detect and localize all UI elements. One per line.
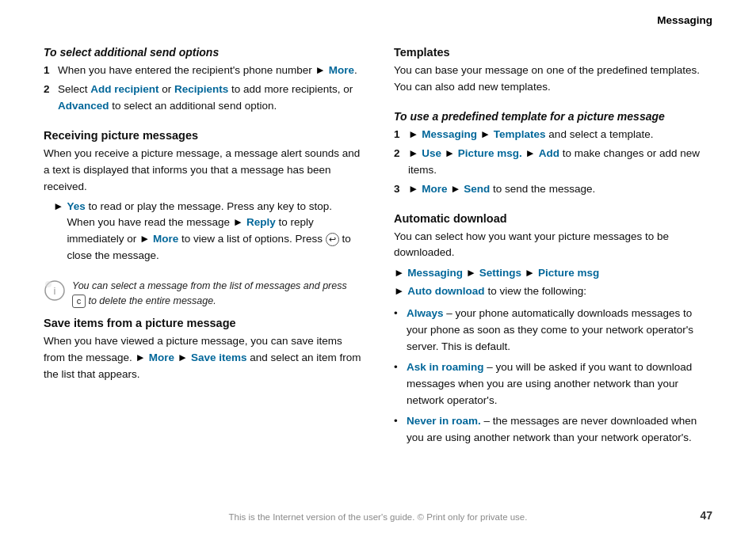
- section-save-items: Save items from a picture message When y…: [44, 317, 362, 383]
- pred-num-2: 2: [394, 146, 403, 179]
- link-use: Use: [422, 147, 441, 159]
- bullet-always-text: Always – your phone automatically downlo…: [407, 306, 712, 355]
- pred-text-2: ► Use ► Picture msg. ► Add to make chang…: [408, 146, 712, 179]
- link-always: Always: [407, 307, 444, 319]
- list-text-2: Select Add recipient or Recipients to ad…: [58, 82, 362, 115]
- templates-para: You can base your message on one of the …: [394, 63, 712, 96]
- note-text: You can select a message from the list o…: [72, 279, 362, 309]
- bullet-ask-roaming: Ask in roaming – you will be asked if yo…: [394, 359, 712, 409]
- note-em: You can select a message from the list o…: [72, 280, 347, 306]
- svg-point-2: [45, 281, 52, 287]
- pred-text-3: ► More ► Send to send the message.: [408, 181, 595, 198]
- note-icon: i: [44, 279, 66, 302]
- left-column: To select additional send options 1 When…: [44, 46, 362, 461]
- link-recipients: Recipients: [174, 83, 228, 95]
- pred-num-3: 3: [394, 181, 403, 198]
- predefined-item-3: 3 ► More ► Send to send the message.: [394, 181, 712, 198]
- link-messaging-1: Messaging: [422, 128, 477, 140]
- section-receiving-picture: Receiving picture messages When you rece…: [44, 129, 362, 264]
- link-send: Send: [464, 183, 490, 195]
- link-save-items: Save items: [191, 352, 247, 363]
- arrow-icon-15: ►: [466, 264, 476, 283]
- section-title-save: Save items from a picture message: [44, 317, 362, 329]
- footer-text: This is the Internet version of the user…: [0, 512, 756, 522]
- arrow-icon-2: ►: [53, 199, 63, 265]
- arrow-icon-14: ►: [394, 264, 404, 283]
- note-box: i You can select a message from the list…: [44, 279, 362, 309]
- arrow-icon-7: ►: [408, 128, 418, 140]
- section-select-send-options: To select additional send options 1 When…: [44, 46, 362, 115]
- arrow-icon-11: ►: [525, 147, 536, 159]
- arrow-icon-8: ►: [480, 128, 491, 140]
- section-title-predefined: To use a predefined template for a pictu…: [394, 110, 712, 123]
- link-ask-in-roaming: Ask in roaming: [407, 361, 484, 373]
- list-text-1: When you have entered the recipient's ph…: [58, 63, 357, 79]
- bullet-never-roam: Never in roam. – the messages are never …: [394, 413, 712, 447]
- list-item-2: 2 Select Add recipient or Recipients to …: [44, 82, 362, 115]
- link-advanced: Advanced: [58, 100, 109, 112]
- link-reply: Reply: [246, 216, 276, 228]
- link-picture-msg: Picture msg.: [458, 147, 522, 159]
- auto-download-path1: ► Messaging ► Settings ► Picture msg: [394, 264, 712, 283]
- arrow-icon-5: ►: [136, 352, 146, 363]
- list-item-1: 1 When you have entered the recipient's …: [44, 63, 362, 79]
- delete-icon: c: [72, 295, 86, 308]
- auto-download-bullets: Always – your phone automatically downlo…: [394, 306, 712, 446]
- page: Messaging To select additional send opti…: [0, 0, 756, 536]
- receiving-sub: ► Yes to read or play the message. Press…: [53, 199, 362, 265]
- receiving-para: When you receive a picture message, a me…: [44, 146, 362, 196]
- arrow-icon-12: ►: [408, 183, 418, 195]
- bullet-never-roam-text: Never in roam. – the messages are never …: [407, 413, 712, 447]
- svg-text:i: i: [54, 285, 56, 297]
- section-templates: Templates You can base your message on o…: [394, 46, 712, 96]
- link-add: Add: [539, 147, 559, 159]
- arrow-icon-3: ►: [233, 216, 243, 228]
- arrow-icon-17: ►: [394, 283, 404, 301]
- back-icon: ↩: [326, 233, 339, 246]
- link-settings: Settings: [479, 264, 521, 283]
- list-num-2: 2: [44, 82, 53, 115]
- footer-page-num: 47: [700, 509, 712, 522]
- send-options-list: 1 When you have entered the recipient's …: [44, 63, 362, 115]
- bullet-always: Always – your phone automatically downlo…: [394, 306, 712, 355]
- link-picture-msg-2: Picture msg: [538, 264, 599, 283]
- link-never-in-roam: Never in roam.: [407, 415, 481, 427]
- section-title-receiving: Receiving picture messages: [44, 129, 362, 142]
- save-items-para: When you have viewed a picture message, …: [44, 333, 362, 383]
- arrow-icon-1: ►: [315, 64, 326, 76]
- link-more-1: More: [329, 64, 354, 76]
- note-svg-icon: i: [44, 279, 66, 302]
- section-auto-download: Automatic download You can select how yo…: [394, 212, 712, 447]
- link-more-4: More: [422, 183, 447, 195]
- arrow-icon-9: ►: [408, 147, 418, 159]
- auto-download-para: You can select how you want your picture…: [394, 229, 712, 262]
- link-auto-download: Auto download: [407, 283, 484, 301]
- arrow-icon-6: ►: [178, 352, 188, 363]
- link-yes: Yes: [67, 200, 85, 212]
- bullet-ask-roaming-text: Ask in roaming – you will be asked if yo…: [407, 359, 712, 409]
- content-area: To select additional send options 1 When…: [44, 46, 712, 461]
- predefined-item-2: 2 ► Use ► Picture msg. ► Add to make cha…: [394, 146, 712, 179]
- link-add-recipient: Add recipient: [90, 83, 158, 95]
- link-messaging-2: Messaging: [407, 264, 463, 283]
- link-more-2: More: [153, 233, 178, 245]
- section-title-templates: Templates: [394, 46, 712, 59]
- section-title-send-options: To select additional send options: [44, 46, 362, 59]
- section-title-auto-download: Automatic download: [394, 212, 712, 225]
- arrow-icon-16: ►: [525, 264, 535, 283]
- arrow-icon-10: ►: [445, 147, 455, 159]
- arrow-icon-13: ►: [450, 183, 460, 195]
- auto-download-path2: ► Auto download to view the following:: [394, 283, 712, 301]
- section-predefined-template: To use a predefined template for a pictu…: [394, 110, 712, 198]
- link-templates: Templates: [494, 128, 546, 140]
- right-column: Templates You can base your message on o…: [394, 46, 712, 461]
- list-num-1: 1: [44, 63, 53, 79]
- link-more-3: More: [149, 352, 174, 363]
- pred-num-1: 1: [394, 127, 403, 143]
- arrow-icon-4: ►: [139, 233, 150, 245]
- page-header-title: Messaging: [657, 14, 712, 26]
- pred-text-1: ► Messaging ► Templates and select a tem…: [408, 127, 653, 143]
- receiving-sub-text: Yes to read or play the message. Press a…: [67, 199, 362, 265]
- predefined-item-1: 1 ► Messaging ► Templates and select a t…: [394, 127, 712, 143]
- predefined-list: 1 ► Messaging ► Templates and select a t…: [394, 127, 712, 198]
